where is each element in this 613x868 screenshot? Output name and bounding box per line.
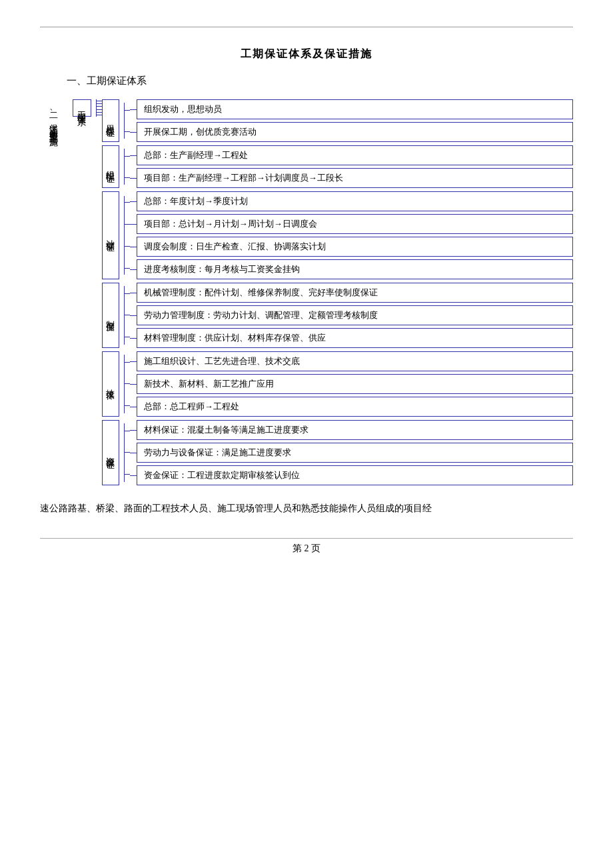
item-3-1: 总部：年度计划→季度计划	[137, 191, 573, 211]
item-5-1: 施工组织设计、工艺先进合理、技术交底	[137, 351, 573, 371]
group1-label: 思想保证	[102, 99, 119, 142]
bottom-paragraph: 速公路路基、桥梁、路面的工程技术人员、施工现场管理人员和熟悉技能操作人员组成的项…	[40, 500, 573, 518]
section1-title: 一、工期保证体系	[67, 75, 573, 87]
item-3-3: 调度会制度：日生产检查、汇报、协调落实计划	[137, 237, 573, 257]
group3-label: 计划保证	[102, 191, 119, 279]
item-1-1: 组织发动，思想动员	[137, 99, 573, 119]
group-zhidu: 制度保 机械管理制度：配件计划、维修保养制度、完好率使制度保证 劳动力管理制度：…	[102, 283, 573, 348]
item-5-2: 新技术、新材料、新工艺推广应用	[137, 374, 573, 394]
page: 工期保证体系及保证措施 一、工期保证体系 二、保证工期的主要施工措施 工期保证体…	[0, 0, 613, 868]
item-2-1: 总部：生产副经理→工程处	[137, 145, 573, 165]
page-title: 工期保证体系及保证措施	[40, 47, 573, 61]
outer-left-text: 二、保证工期的主要施工措施	[47, 106, 61, 132]
groups-container: 思想保证 组织发动，思想动员 开展保工期，创优质竞赛活动	[102, 99, 573, 485]
item-2-2: 项目部：生产副经理→工程部→计划调度员→工段长	[137, 168, 573, 188]
group-jihua: 计划保证 总部：年度计划→季度计划 项目部：总计划→月计划→周计划→日	[102, 191, 573, 279]
item-4-2: 劳动力管理制度：劳动力计划、调配管理、定额管理考核制度	[137, 305, 573, 325]
group-zuzhi: 组织保证 总部：生产副经理→工程处 项目部：生产副经理→工程部→计划调度员→工段…	[102, 145, 573, 188]
group2-label: 组织保证	[102, 145, 119, 188]
group6-label: 资源保证	[102, 420, 119, 485]
group4-label: 制度保	[102, 283, 119, 348]
item-1-2: 开展保工期，创优质竞赛活动	[137, 122, 573, 142]
group-jishu: 技术保 施工组织设计、工艺先进合理、技术交底 新技术、新材料、新工艺推广应用	[102, 351, 573, 417]
item-3-4: 进度考核制度：每月考核与工资奖金挂钩	[137, 259, 573, 279]
page-number: 第 2 页	[40, 543, 573, 555]
item-4-1: 机械管理制度：配件计划、维修保养制度、完好率使制度保证	[137, 283, 573, 303]
item-5-3: 总部：总工程师→工程处	[137, 397, 573, 417]
item-6-2: 劳动力与设备保证：满足施工进度要求	[137, 443, 573, 463]
item-4-3: 材料管理制度：供应计划、材料库存保管、供应	[137, 328, 573, 348]
item-3-2: 项目部：总计划→月计划→周计划→日调度会	[137, 214, 573, 234]
system-label-box: 工期保证体系	[73, 99, 91, 117]
item-6-3: 资金保证：工程进度款定期审核签认到位	[137, 465, 573, 485]
top-divider	[40, 27, 573, 27]
group-sixiang: 思想保证 组织发动，思想动员 开展保工期，创优质竞赛活动	[102, 99, 573, 142]
group5-label: 技术保	[102, 351, 119, 417]
bottom-divider	[40, 538, 573, 539]
item-6-1: 材料保证：混凝土制备等满足施工进度要求	[137, 420, 573, 440]
group-ziyuan: 资源保证 材料保证：混凝土制备等满足施工进度要求 劳动力与设备保证：满足施工进度…	[102, 420, 573, 485]
